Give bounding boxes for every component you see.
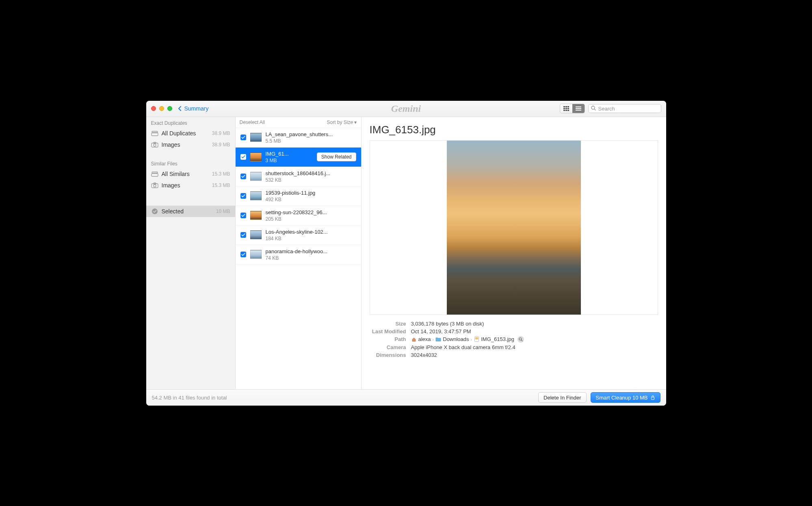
stack-icon	[151, 130, 158, 136]
file-name: 19539-pistiolis-11.jpg	[266, 190, 356, 196]
svg-rect-20	[152, 174, 158, 176]
file-checkbox[interactable]	[240, 213, 246, 218]
file-text: panoramica-de-hollywoo... 74 KB	[266, 248, 356, 261]
file-name: shutterstock_186048416.j...	[266, 170, 356, 176]
delete-in-finder-button[interactable]: Delete In Finder	[538, 392, 587, 403]
grid-view-button[interactable]	[560, 104, 572, 113]
file-name: panoramica-de-hollywoo...	[266, 248, 356, 254]
path-file: IMG_6153.jpg	[481, 336, 514, 342]
search-icon	[591, 106, 596, 112]
main-body: Exact Duplicates All Duplicates 38.9 MB …	[146, 117, 666, 389]
sidebar-item-all-similars[interactable]: All Similars 15.3 MB	[146, 168, 235, 180]
back-to-summary-button[interactable]: Summary	[178, 105, 209, 112]
path-folder: Downloads	[443, 336, 469, 342]
file-row[interactable]: setting-sun-2208322_96... 205 KB	[236, 206, 361, 226]
file-thumbnail	[250, 211, 262, 220]
file-text: LA_sean_pavone_shutters... 5.5 MB	[266, 131, 356, 144]
meta-path-label: Path	[370, 336, 406, 343]
sidebar-item-badge: 10 MB	[216, 208, 230, 214]
sort-by-size-button[interactable]: Sort by Size ▾	[327, 119, 357, 125]
footer: 54.2 MB in 41 files found in total Delet…	[146, 389, 666, 406]
file-row[interactable]: panoramica-de-hollywoo... 74 KB	[236, 245, 361, 265]
deselect-all-button[interactable]: Deselect All	[240, 119, 265, 125]
file-checkbox[interactable]	[240, 154, 246, 160]
file-row[interactable]: shutterstock_186048416.j... 532 KB	[236, 167, 361, 187]
folder-icon	[435, 337, 441, 342]
grid-icon	[563, 106, 569, 111]
file-thumbnail	[250, 133, 262, 142]
button-label: Delete In Finder	[543, 395, 581, 401]
meta-modified-label: Last Modified	[370, 328, 406, 334]
file-text: Los-Angeles-skyline-102... 184 KB	[266, 229, 356, 241]
sidebar-item-images-exact[interactable]: Images 38.9 MB	[146, 139, 235, 150]
file-checkbox[interactable]	[240, 232, 246, 238]
checkmark-circle-icon	[151, 208, 158, 214]
file-checkbox[interactable]	[240, 252, 246, 257]
button-label: Smart Cleanup 10 MB	[596, 395, 648, 401]
sidebar-item-images-similar[interactable]: Images 15.3 MB	[146, 180, 235, 191]
file-size: 74 KB	[266, 255, 356, 261]
show-related-button[interactable]: Show Related	[317, 152, 356, 161]
sidebar-item-all-duplicates[interactable]: All Duplicates 38.9 MB	[146, 128, 235, 139]
file-checkbox[interactable]	[240, 174, 246, 179]
meta-camera-value: Apple iPhone X back dual camera 6mm f/2.…	[411, 344, 658, 350]
preview-panel: IMG_6153.jpg Size 3,036,178 bytes (3 MB …	[362, 117, 666, 389]
sidebar-item-selected[interactable]: Selected 10 MB	[146, 206, 235, 217]
file-name: IMG_61...	[266, 151, 313, 157]
minimize-window-button[interactable]	[159, 106, 164, 111]
svg-rect-3	[563, 108, 565, 109]
svg-rect-1	[565, 106, 567, 107]
file-checkbox[interactable]	[240, 135, 246, 140]
svg-rect-14	[152, 131, 158, 132]
chevron-right-icon: ›	[471, 337, 472, 342]
sidebar-item-label: All Duplicates	[162, 130, 209, 137]
search-input[interactable]	[598, 106, 666, 112]
sidebar-item-label: Selected	[162, 208, 213, 215]
file-size: 492 KB	[266, 197, 356, 202]
meta-path-value[interactable]: alexa › Downloads › IMG_6153.jpg	[411, 336, 658, 343]
svg-rect-8	[567, 110, 569, 111]
search-box[interactable]	[588, 104, 661, 113]
meta-size-label: Size	[370, 321, 406, 327]
close-window-button[interactable]	[151, 106, 156, 111]
sidebar-item-badge: 15.3 MB	[212, 171, 230, 177]
reveal-in-finder-button[interactable]	[518, 336, 524, 343]
sidebar: Exact Duplicates All Duplicates 38.9 MB …	[146, 117, 236, 389]
file-name: Los-Angeles-skyline-102...	[266, 229, 356, 235]
app-logo: Gemini	[391, 103, 421, 114]
file-size: 5.5 MB	[266, 138, 356, 144]
file-list[interactable]: LA_sean_pavone_shutters... 5.5 MB IMG_61…	[236, 128, 361, 389]
chevron-right-icon: ›	[433, 337, 434, 342]
sidebar-item-badge: 38.9 MB	[212, 142, 230, 148]
view-mode-toggle	[560, 104, 585, 113]
file-row-selected[interactable]: IMG_61... 3 MB Show Related	[236, 148, 361, 167]
file-list-header: Deselect All Sort by Size ▾	[236, 117, 361, 128]
file-thumbnail	[250, 191, 262, 200]
file-row[interactable]: LA_sean_pavone_shutters... 5.5 MB	[236, 128, 361, 148]
sidebar-section-similar-title: Similar Files	[146, 158, 235, 168]
svg-rect-26	[475, 337, 478, 339]
file-checkbox[interactable]	[240, 193, 246, 199]
file-thumbnail	[250, 172, 262, 181]
toolbar-right	[560, 104, 661, 113]
preview-title: IMG_6153.jpg	[362, 117, 666, 140]
svg-rect-10	[576, 108, 581, 109]
fullscreen-window-button[interactable]	[167, 106, 172, 111]
svg-rect-5	[567, 108, 569, 109]
list-view-button[interactable]	[572, 104, 585, 113]
smart-cleanup-button[interactable]: Smart Cleanup 10 MB	[591, 392, 660, 403]
list-icon	[576, 106, 581, 111]
file-row[interactable]: Los-Angeles-skyline-102... 184 KB	[236, 226, 361, 245]
file-row[interactable]: 19539-pistiolis-11.jpg 492 KB	[236, 187, 361, 206]
svg-point-17	[154, 144, 156, 146]
file-size: 532 KB	[266, 177, 356, 183]
svg-rect-29	[651, 397, 654, 400]
footer-actions: Delete In Finder Smart Cleanup 10 MB	[538, 392, 660, 403]
preview-image-container[interactable]	[370, 140, 658, 315]
file-text: 19539-pistiolis-11.jpg 492 KB	[266, 190, 356, 202]
svg-point-22	[154, 185, 156, 187]
meta-modified-value: Oct 14, 2019, 3:47:57 PM	[411, 328, 658, 334]
file-name: LA_sean_pavone_shutters...	[266, 131, 356, 137]
file-thumbnail	[250, 152, 262, 161]
image-file-icon	[474, 337, 479, 342]
